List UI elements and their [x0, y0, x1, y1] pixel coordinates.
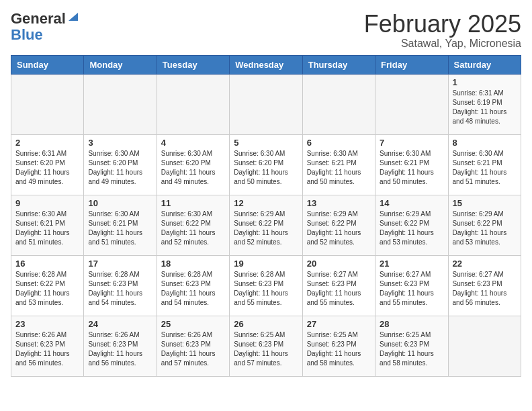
day-number: 25: [161, 319, 225, 329]
cell-info: Sunrise: 6:25 AMSunset: 6:23 PMDaylight:…: [234, 330, 298, 368]
logo-general-text: General: [11, 11, 66, 27]
calendar-cell: 1Sunrise: 6:31 AMSunset: 6:19 PMDaylight…: [448, 74, 521, 134]
calendar-cell: 24Sunrise: 6:26 AMSunset: 6:23 PMDayligh…: [84, 316, 157, 376]
cell-info: Sunrise: 6:29 AMSunset: 6:22 PMDaylight:…: [307, 210, 371, 247]
calendar-cell: 22Sunrise: 6:27 AMSunset: 6:23 PMDayligh…: [448, 255, 521, 316]
cell-info: Sunrise: 6:30 AMSunset: 6:21 PMDaylight:…: [88, 210, 152, 247]
calendar-cell: 10Sunrise: 6:30 AMSunset: 6:21 PMDayligh…: [84, 195, 157, 255]
day-header-saturday: Saturday: [448, 55, 521, 74]
calendar-cell: [84, 74, 157, 134]
calendar-cell: 9Sunrise: 6:30 AMSunset: 6:21 PMDaylight…: [11, 195, 84, 255]
cell-info: Sunrise: 6:26 AMSunset: 6:23 PMDaylight:…: [88, 330, 152, 368]
day-header-tuesday: Tuesday: [157, 55, 229, 74]
cell-info: Sunrise: 6:25 AMSunset: 6:23 PMDaylight:…: [307, 330, 371, 368]
calendar-cell: 7Sunrise: 6:30 AMSunset: 6:21 PMDaylight…: [375, 134, 448, 195]
day-number: 5: [234, 138, 298, 148]
calendar-cell: 8Sunrise: 6:30 AMSunset: 6:21 PMDaylight…: [448, 134, 521, 195]
day-number: 2: [15, 138, 79, 148]
cell-info: Sunrise: 6:30 AMSunset: 6:20 PMDaylight:…: [161, 149, 225, 187]
calendar-cell: 26Sunrise: 6:25 AMSunset: 6:23 PMDayligh…: [230, 316, 302, 376]
svg-marker-0: [69, 13, 78, 21]
calendar-cell: [11, 74, 84, 134]
day-header-friday: Friday: [375, 55, 448, 74]
day-header-monday: Monday: [84, 55, 157, 74]
title-block: February 2025 Satawal, Yap, Micronesia: [364, 11, 521, 50]
cell-info: Sunrise: 6:29 AMSunset: 6:22 PMDaylight:…: [380, 210, 443, 247]
day-header-sunday: Sunday: [11, 55, 84, 74]
day-header-thursday: Thursday: [302, 55, 375, 74]
day-number: 21: [380, 259, 443, 269]
calendar-cell: 15Sunrise: 6:29 AMSunset: 6:22 PMDayligh…: [448, 195, 521, 255]
day-number: 11: [161, 198, 225, 208]
calendar-cell: 16Sunrise: 6:28 AMSunset: 6:22 PMDayligh…: [11, 255, 84, 316]
cell-info: Sunrise: 6:27 AMSunset: 6:23 PMDaylight:…: [453, 270, 517, 308]
day-number: 27: [307, 319, 371, 329]
logo-triangle-icon: [67, 11, 79, 24]
day-number: 16: [15, 259, 79, 269]
calendar-cell: 19Sunrise: 6:28 AMSunset: 6:23 PMDayligh…: [230, 255, 302, 316]
calendar-cell: 18Sunrise: 6:28 AMSunset: 6:23 PMDayligh…: [157, 255, 229, 316]
calendar-cell: 2Sunrise: 6:31 AMSunset: 6:20 PMDaylight…: [11, 134, 84, 195]
calendar-header-row: SundayMondayTuesdayWednesdayThursdayFrid…: [11, 55, 521, 74]
calendar-week-row: 16Sunrise: 6:28 AMSunset: 6:22 PMDayligh…: [11, 255, 521, 316]
calendar-week-row: 1Sunrise: 6:31 AMSunset: 6:19 PMDaylight…: [11, 74, 521, 134]
cell-info: Sunrise: 6:31 AMSunset: 6:19 PMDaylight:…: [453, 89, 517, 126]
calendar-cell: 23Sunrise: 6:26 AMSunset: 6:23 PMDayligh…: [11, 316, 84, 376]
page-header: General Blue February 2025 Satawal, Yap,…: [11, 11, 521, 50]
day-number: 4: [161, 138, 225, 148]
day-number: 23: [15, 319, 79, 329]
cell-info: Sunrise: 6:29 AMSunset: 6:22 PMDaylight:…: [453, 210, 517, 247]
calendar-cell: 27Sunrise: 6:25 AMSunset: 6:23 PMDayligh…: [302, 316, 375, 376]
cell-info: Sunrise: 6:27 AMSunset: 6:23 PMDaylight:…: [307, 270, 371, 308]
day-number: 24: [88, 319, 152, 329]
calendar-cell: 17Sunrise: 6:28 AMSunset: 6:23 PMDayligh…: [84, 255, 157, 316]
cell-info: Sunrise: 6:31 AMSunset: 6:20 PMDaylight:…: [15, 149, 79, 187]
calendar-cell: 21Sunrise: 6:27 AMSunset: 6:23 PMDayligh…: [375, 255, 448, 316]
calendar-cell: 4Sunrise: 6:30 AMSunset: 6:20 PMDaylight…: [157, 134, 229, 195]
day-number: 8: [453, 138, 517, 148]
cell-info: Sunrise: 6:30 AMSunset: 6:21 PMDaylight:…: [453, 149, 517, 187]
cell-info: Sunrise: 6:26 AMSunset: 6:23 PMDaylight:…: [15, 330, 79, 368]
calendar-cell: 25Sunrise: 6:26 AMSunset: 6:23 PMDayligh…: [157, 316, 229, 376]
calendar-cell: 11Sunrise: 6:30 AMSunset: 6:22 PMDayligh…: [157, 195, 229, 255]
cell-info: Sunrise: 6:29 AMSunset: 6:22 PMDaylight:…: [234, 210, 298, 247]
day-number: 6: [307, 138, 371, 148]
day-number: 13: [307, 198, 371, 208]
calendar-cell: 20Sunrise: 6:27 AMSunset: 6:23 PMDayligh…: [302, 255, 375, 316]
cell-info: Sunrise: 6:28 AMSunset: 6:23 PMDaylight:…: [161, 270, 225, 308]
calendar-cell: [157, 74, 229, 134]
calendar-cell: [302, 74, 375, 134]
day-number: 28: [380, 319, 443, 329]
day-number: 26: [234, 319, 298, 329]
calendar-table: SundayMondayTuesdayWednesdayThursdayFrid…: [11, 55, 521, 377]
cell-info: Sunrise: 6:30 AMSunset: 6:20 PMDaylight:…: [88, 149, 152, 187]
day-number: 1: [453, 77, 517, 87]
calendar-week-row: 9Sunrise: 6:30 AMSunset: 6:21 PMDaylight…: [11, 195, 521, 255]
calendar-cell: [448, 316, 521, 376]
calendar-cell: [230, 74, 302, 134]
cell-info: Sunrise: 6:30 AMSunset: 6:21 PMDaylight:…: [307, 149, 371, 187]
logo-blue-text: Blue: [11, 26, 43, 43]
calendar-cell: 5Sunrise: 6:30 AMSunset: 6:20 PMDaylight…: [230, 134, 302, 195]
location-title: Satawal, Yap, Micronesia: [364, 38, 521, 50]
day-number: 19: [234, 259, 298, 269]
cell-info: Sunrise: 6:27 AMSunset: 6:23 PMDaylight:…: [380, 270, 443, 308]
cell-info: Sunrise: 6:30 AMSunset: 6:21 PMDaylight:…: [380, 149, 443, 187]
calendar-cell: [375, 74, 448, 134]
cell-info: Sunrise: 6:28 AMSunset: 6:23 PMDaylight:…: [88, 270, 152, 308]
day-number: 20: [307, 259, 371, 269]
calendar-cell: 14Sunrise: 6:29 AMSunset: 6:22 PMDayligh…: [375, 195, 448, 255]
cell-info: Sunrise: 6:30 AMSunset: 6:20 PMDaylight:…: [234, 149, 298, 187]
day-number: 3: [88, 138, 152, 148]
day-number: 15: [453, 198, 517, 208]
cell-info: Sunrise: 6:28 AMSunset: 6:22 PMDaylight:…: [15, 270, 79, 308]
calendar-cell: 6Sunrise: 6:30 AMSunset: 6:21 PMDaylight…: [302, 134, 375, 195]
day-number: 17: [88, 259, 152, 269]
cell-info: Sunrise: 6:28 AMSunset: 6:23 PMDaylight:…: [234, 270, 298, 308]
day-number: 22: [453, 259, 517, 269]
logo: General Blue: [11, 11, 79, 43]
day-number: 18: [161, 259, 225, 269]
day-number: 10: [88, 198, 152, 208]
calendar-cell: 3Sunrise: 6:30 AMSunset: 6:20 PMDaylight…: [84, 134, 157, 195]
day-number: 9: [15, 198, 79, 208]
